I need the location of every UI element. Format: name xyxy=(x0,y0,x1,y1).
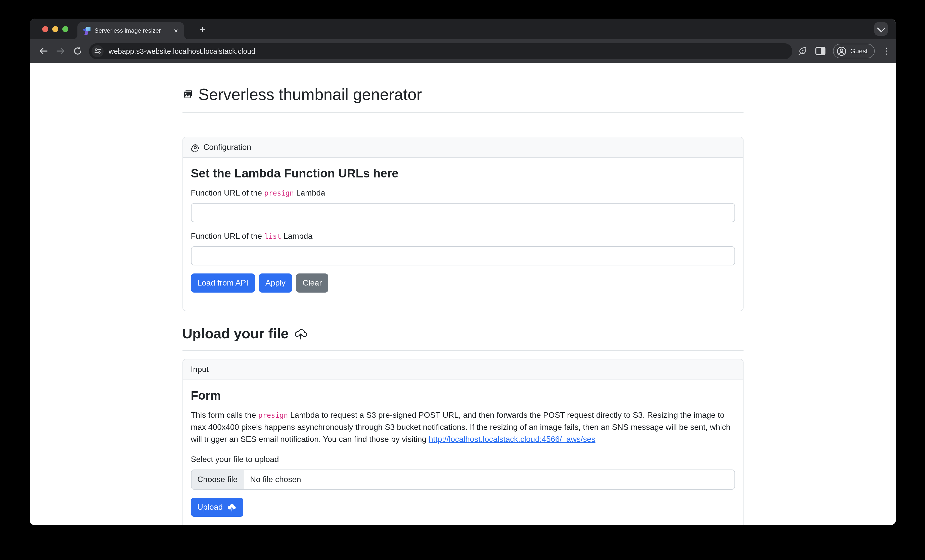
file-select-label: Select your file to upload xyxy=(191,453,735,465)
screen: Serverless image resizer × + xyxy=(0,0,925,560)
ses-link[interactable]: http://localhost.localstack.cloud:4566/_… xyxy=(429,435,595,443)
cloud-upload-fill-icon xyxy=(227,502,237,512)
input-card-title: Input xyxy=(191,363,209,375)
apply-button[interactable]: Apply xyxy=(259,274,292,293)
gear-icon xyxy=(191,143,199,152)
presign-url-input[interactable] xyxy=(191,203,735,223)
divider xyxy=(182,112,743,113)
divider xyxy=(182,351,743,351)
site-settings-button[interactable] xyxy=(92,45,104,57)
site-favicon-icon xyxy=(83,27,90,35)
url-text[interactable]: webapp.s3-website.localhost.localstack.c… xyxy=(108,47,255,55)
toolbar-right: Guest ⋮ xyxy=(798,44,891,58)
configuration-card-header: Configuration xyxy=(183,137,743,158)
tab-strip: Serverless image resizer × + xyxy=(30,19,896,39)
clear-button[interactable]: Clear xyxy=(296,274,328,293)
chevron-down-icon xyxy=(877,24,885,32)
close-traffic-light[interactable] xyxy=(42,26,48,32)
form-heading: Form xyxy=(191,388,735,403)
configuration-card: Configuration Set the Lambda Function UR… xyxy=(182,137,743,312)
tune-icon xyxy=(94,47,101,55)
page-title: Serverless thumbnail generator xyxy=(182,85,743,104)
tab-title: Serverless image resizer xyxy=(95,27,172,34)
tab-curve xyxy=(73,35,77,39)
zoom-traffic-light[interactable] xyxy=(62,26,68,32)
images-icon xyxy=(182,89,193,100)
upload-section-title: Upload your file xyxy=(182,325,743,342)
file-input[interactable]: Choose file No file chosen xyxy=(191,470,735,489)
profile-button[interactable]: Guest xyxy=(833,44,875,58)
form-description: This form calls the presign Lambda to re… xyxy=(191,409,735,446)
upload-button[interactable]: Upload xyxy=(191,498,243,517)
battery-saver-icon[interactable] xyxy=(798,46,808,56)
list-url-input[interactable] xyxy=(191,247,735,266)
reload-icon xyxy=(73,46,82,56)
url-bar[interactable]: webapp.s3-website.localhost.localstack.c… xyxy=(89,43,792,59)
list-url-label: Function URL of the list Lambda xyxy=(191,230,735,242)
input-card: Input Form This form calls the presign L… xyxy=(182,359,743,525)
presign-url-label: Function URL of the presign Lambda xyxy=(191,187,735,199)
cloud-upload-icon xyxy=(294,327,307,340)
browser-menu-icon[interactable]: ⋮ xyxy=(882,47,891,55)
choose-file-button[interactable]: Choose file xyxy=(191,470,244,489)
back-button[interactable] xyxy=(35,42,52,60)
load-from-api-button[interactable]: Load from API xyxy=(191,274,255,293)
reload-button[interactable] xyxy=(69,42,86,60)
list-code: list xyxy=(264,232,281,241)
configuration-card-title: Configuration xyxy=(203,142,251,154)
traffic-lights xyxy=(42,26,68,32)
profile-label: Guest xyxy=(850,47,868,55)
presign-code: presign xyxy=(258,411,288,419)
file-status-text: No file chosen xyxy=(244,470,307,489)
back-icon xyxy=(38,46,48,56)
tab-serverless-image-resizer[interactable]: Serverless image resizer × xyxy=(77,22,184,39)
config-heading: Set the Lambda Function URLs here xyxy=(191,166,735,181)
input-card-header: Input xyxy=(183,360,743,380)
browser-toolbar: webapp.s3-website.localhost.localstack.c… xyxy=(30,39,896,63)
new-tab-button[interactable]: + xyxy=(196,23,209,37)
tab-curve xyxy=(184,35,188,39)
browser-window: Serverless image resizer × + xyxy=(30,19,896,525)
side-panel-icon[interactable] xyxy=(816,47,826,55)
forward-icon xyxy=(56,46,65,56)
tab-search-button[interactable] xyxy=(874,22,888,36)
avatar-icon xyxy=(837,46,847,56)
forward-button[interactable] xyxy=(52,42,69,60)
minimize-traffic-light[interactable] xyxy=(52,26,58,32)
web-page: Serverless thumbnail generator Configura… xyxy=(30,63,896,525)
tab-close-icon[interactable]: × xyxy=(172,27,180,35)
presign-code: presign xyxy=(264,189,294,197)
